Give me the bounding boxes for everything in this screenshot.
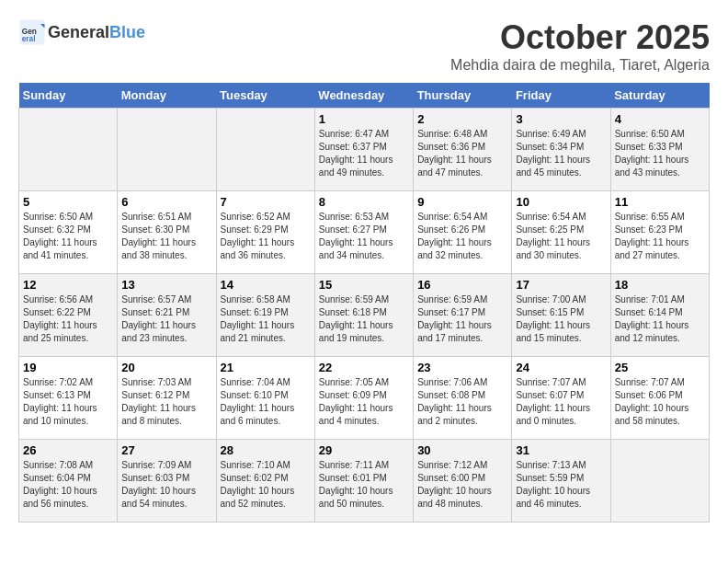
day-number: 13: [121, 278, 211, 292]
calendar-cell: 10Sunrise: 6:54 AM Sunset: 6:25 PM Dayli…: [512, 191, 610, 274]
calendar-cell: 26Sunrise: 7:08 AM Sunset: 6:04 PM Dayli…: [19, 440, 118, 523]
svg-text:eral: eral: [22, 35, 36, 43]
calendar-cell: 1Sunrise: 6:47 AM Sunset: 6:37 PM Daylig…: [314, 109, 413, 191]
day-number: 3: [516, 112, 606, 126]
day-number: 24: [516, 361, 606, 374]
day-number: 5: [23, 195, 113, 209]
weekday-header-sunday: Sunday: [19, 83, 118, 109]
day-info: Sunrise: 6:48 AM Sunset: 6:36 PM Dayligh…: [417, 128, 507, 179]
weekday-header-saturday: Saturday: [610, 83, 709, 109]
day-info: Sunrise: 7:07 AM Sunset: 6:06 PM Dayligh…: [615, 376, 705, 428]
weekday-header-tuesday: Tuesday: [216, 83, 314, 109]
day-info: Sunrise: 6:54 AM Sunset: 6:26 PM Dayligh…: [417, 211, 507, 262]
calendar-cell: 5Sunrise: 6:50 AM Sunset: 6:32 PM Daylig…: [19, 191, 118, 274]
day-number: 2: [417, 112, 507, 126]
day-info: Sunrise: 7:11 AM Sunset: 6:01 PM Dayligh…: [319, 459, 409, 511]
calendar-cell: 18Sunrise: 7:01 AM Sunset: 6:14 PM Dayli…: [610, 274, 709, 357]
calendar-cell: 15Sunrise: 6:59 AM Sunset: 6:18 PM Dayli…: [314, 274, 413, 357]
calendar-cell: 2Sunrise: 6:48 AM Sunset: 6:36 PM Daylig…: [414, 109, 512, 191]
day-info: Sunrise: 7:09 AM Sunset: 6:03 PM Dayligh…: [121, 459, 211, 511]
calendar-cell: 24Sunrise: 7:07 AM Sunset: 6:07 PM Dayli…: [512, 357, 610, 440]
day-info: Sunrise: 7:04 AM Sunset: 6:10 PM Dayligh…: [221, 376, 311, 428]
day-number: 9: [417, 195, 507, 209]
day-info: Sunrise: 7:07 AM Sunset: 6:07 PM Dayligh…: [516, 376, 606, 428]
calendar-cell: 8Sunrise: 6:53 AM Sunset: 6:27 PM Daylig…: [314, 191, 413, 274]
day-number: 30: [417, 443, 507, 457]
day-number: 19: [23, 361, 113, 374]
calendar-cell: 31Sunrise: 7:13 AM Sunset: 5:59 PM Dayli…: [512, 440, 610, 523]
calendar-cell: 16Sunrise: 6:59 AM Sunset: 6:17 PM Dayli…: [414, 274, 512, 357]
calendar-cell: 13Sunrise: 6:57 AM Sunset: 6:21 PM Dayli…: [118, 274, 216, 357]
calendar-cell: [610, 440, 709, 523]
day-info: Sunrise: 6:51 AM Sunset: 6:30 PM Dayligh…: [121, 211, 211, 262]
calendar-cell: 7Sunrise: 6:52 AM Sunset: 6:29 PM Daylig…: [216, 191, 314, 274]
calendar-cell: [118, 109, 216, 191]
day-number: 15: [319, 278, 409, 292]
day-info: Sunrise: 7:08 AM Sunset: 6:04 PM Dayligh…: [23, 459, 113, 511]
day-number: 23: [417, 361, 507, 374]
day-info: Sunrise: 6:50 AM Sunset: 6:33 PM Dayligh…: [615, 128, 705, 179]
calendar-cell: 17Sunrise: 7:00 AM Sunset: 6:15 PM Dayli…: [512, 274, 610, 357]
day-info: Sunrise: 7:00 AM Sunset: 6:15 PM Dayligh…: [516, 293, 606, 345]
calendar-cell: [216, 109, 314, 191]
day-number: 16: [417, 278, 507, 292]
calendar-cell: 11Sunrise: 6:55 AM Sunset: 6:23 PM Dayli…: [610, 191, 709, 274]
weekday-header-friday: Friday: [512, 83, 610, 109]
day-number: 4: [615, 112, 705, 126]
calendar-cell: 20Sunrise: 7:03 AM Sunset: 6:12 PM Dayli…: [118, 357, 216, 440]
day-number: 11: [615, 195, 705, 209]
day-number: 22: [319, 361, 409, 374]
day-info: Sunrise: 6:49 AM Sunset: 6:34 PM Dayligh…: [516, 128, 606, 179]
day-number: 12: [23, 278, 113, 292]
day-number: 27: [121, 443, 211, 457]
day-info: Sunrise: 7:01 AM Sunset: 6:14 PM Dayligh…: [615, 293, 705, 345]
day-info: Sunrise: 6:55 AM Sunset: 6:23 PM Dayligh…: [615, 211, 705, 262]
day-info: Sunrise: 7:05 AM Sunset: 6:09 PM Dayligh…: [319, 376, 409, 428]
day-number: 21: [221, 361, 311, 374]
day-info: Sunrise: 6:54 AM Sunset: 6:25 PM Dayligh…: [516, 211, 606, 262]
day-info: Sunrise: 6:47 AM Sunset: 6:37 PM Dayligh…: [319, 128, 409, 179]
day-info: Sunrise: 6:59 AM Sunset: 6:18 PM Dayligh…: [319, 293, 409, 345]
day-info: Sunrise: 7:02 AM Sunset: 6:13 PM Dayligh…: [23, 376, 113, 428]
calendar-cell: 27Sunrise: 7:09 AM Sunset: 6:03 PM Dayli…: [118, 440, 216, 523]
title-section: October 2025 Mehdia daira de meghila, Ti…: [450, 18, 710, 74]
week-row-2: 5Sunrise: 6:50 AM Sunset: 6:32 PM Daylig…: [19, 191, 710, 274]
day-info: Sunrise: 7:10 AM Sunset: 6:02 PM Dayligh…: [221, 459, 311, 511]
page-header: Gen eral GeneralBlue October 2025 Mehdia…: [18, 18, 710, 74]
calendar-cell: 22Sunrise: 7:05 AM Sunset: 6:09 PM Dayli…: [314, 357, 413, 440]
day-info: Sunrise: 6:50 AM Sunset: 6:32 PM Dayligh…: [23, 211, 113, 262]
calendar-cell: 25Sunrise: 7:07 AM Sunset: 6:06 PM Dayli…: [610, 357, 709, 440]
calendar-table: SundayMondayTuesdayWednesdayThursdayFrid…: [18, 83, 710, 523]
day-number: 17: [516, 278, 606, 292]
day-number: 28: [221, 443, 311, 457]
weekday-header-wednesday: Wednesday: [314, 83, 413, 109]
month-title: October 2025: [450, 18, 710, 57]
day-info: Sunrise: 6:52 AM Sunset: 6:29 PM Dayligh…: [221, 211, 311, 262]
calendar-cell: 30Sunrise: 7:12 AM Sunset: 6:00 PM Dayli…: [414, 440, 512, 523]
day-number: 1: [319, 112, 409, 126]
calendar-cell: 28Sunrise: 7:10 AM Sunset: 6:02 PM Dayli…: [216, 440, 314, 523]
day-info: Sunrise: 6:59 AM Sunset: 6:17 PM Dayligh…: [417, 293, 507, 345]
location-title: Mehdia daira de meghila, Tiaret, Algeria: [450, 57, 710, 74]
day-info: Sunrise: 7:03 AM Sunset: 6:12 PM Dayligh…: [121, 376, 211, 428]
week-row-5: 26Sunrise: 7:08 AM Sunset: 6:04 PM Dayli…: [19, 440, 710, 523]
day-info: Sunrise: 6:56 AM Sunset: 6:22 PM Dayligh…: [23, 293, 113, 345]
calendar-cell: 14Sunrise: 6:58 AM Sunset: 6:19 PM Dayli…: [216, 274, 314, 357]
calendar-cell: 23Sunrise: 7:06 AM Sunset: 6:08 PM Dayli…: [414, 357, 512, 440]
calendar-cell: 9Sunrise: 6:54 AM Sunset: 6:26 PM Daylig…: [414, 191, 512, 274]
week-row-1: 1Sunrise: 6:47 AM Sunset: 6:37 PM Daylig…: [19, 109, 710, 191]
weekday-header-monday: Monday: [118, 83, 216, 109]
calendar-cell: 29Sunrise: 7:11 AM Sunset: 6:01 PM Dayli…: [314, 440, 413, 523]
day-number: 18: [615, 278, 705, 292]
logo: Gen eral GeneralBlue: [18, 18, 145, 46]
calendar-cell: [19, 109, 118, 191]
day-number: 10: [516, 195, 606, 209]
day-number: 20: [121, 361, 211, 374]
weekday-header-row: SundayMondayTuesdayWednesdayThursdayFrid…: [19, 83, 710, 109]
logo-icon: Gen eral: [18, 18, 46, 46]
calendar-cell: 12Sunrise: 6:56 AM Sunset: 6:22 PM Dayli…: [19, 274, 118, 357]
day-info: Sunrise: 7:13 AM Sunset: 5:59 PM Dayligh…: [516, 459, 606, 511]
day-number: 14: [221, 278, 311, 292]
day-number: 8: [319, 195, 409, 209]
day-info: Sunrise: 6:57 AM Sunset: 6:21 PM Dayligh…: [121, 293, 211, 345]
